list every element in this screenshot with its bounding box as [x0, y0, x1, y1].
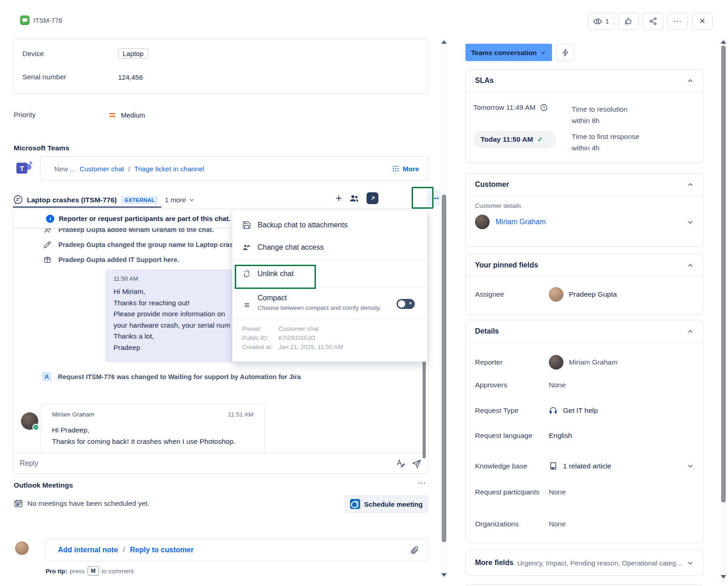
- watch-button[interactable]: 1: [588, 13, 614, 30]
- priority-value[interactable]: Medium: [121, 111, 145, 119]
- scroll-up-arrow[interactable]: [441, 40, 447, 44]
- share-icon: [649, 17, 657, 26]
- text-format-icon[interactable]: [396, 458, 405, 468]
- scrollbar-thumb[interactable]: [721, 46, 726, 503]
- more-tabs-dropdown[interactable]: 1 more: [165, 196, 195, 204]
- priority-medium-icon: [109, 113, 115, 117]
- watchers-count: 1: [605, 17, 609, 25]
- outlook-options-icon[interactable]: ⋯: [418, 478, 427, 487]
- detail-row-reporter[interactable]: Reporter Miriam Graham: [475, 355, 694, 370]
- menu-item-unlink-chat[interactable]: Unlink chat: [232, 262, 427, 286]
- density-icon: ≡: [242, 300, 252, 309]
- menu-item-backup-chat[interactable]: Backup chat to attachments: [232, 214, 427, 236]
- new-label: New ...: [54, 165, 76, 173]
- app-added-icon: [43, 256, 52, 264]
- comment-bar: Add internal note / Reply to customer: [46, 539, 429, 561]
- chevron-up-icon[interactable]: [687, 328, 694, 335]
- teams-conversation-dropdown[interactable]: Teams conversation: [465, 44, 552, 61]
- chevron-up-icon[interactable]: [687, 77, 694, 84]
- message-line: Pradeep: [114, 342, 244, 354]
- clock-icon: [540, 103, 548, 112]
- thumbs-up-icon: [624, 17, 633, 26]
- reply-to-customer-link[interactable]: Reply to customer: [130, 546, 194, 554]
- pro-tip: Pro tip: press M to comment: [46, 566, 134, 576]
- detail-row-request-language[interactable]: Request language English: [475, 432, 694, 440]
- assignee-row[interactable]: Assignee Pradeep Gupta: [475, 287, 694, 302]
- reply-input[interactable]: [20, 459, 389, 468]
- paperclip-icon[interactable]: [410, 545, 419, 555]
- customer-details-label: Customer details: [466, 196, 703, 209]
- check-icon: ✓: [537, 135, 543, 144]
- chevron-down-icon: [189, 197, 195, 203]
- panel-scrollbar[interactable]: [720, 38, 727, 581]
- schedule-meeting-button[interactable]: Schedule meeting: [344, 495, 429, 513]
- more-fields-card[interactable]: More fields Urgency, Impact, Pending rea…: [465, 550, 703, 576]
- info-icon: i: [46, 215, 54, 223]
- avatar: [549, 287, 563, 302]
- chat-options-menu: Backup chat to attachments Change chat a…: [232, 210, 428, 362]
- grid-icon: [392, 165, 399, 172]
- device-value-tag[interactable]: Laptop: [118, 48, 148, 59]
- close-button[interactable]: ✕: [692, 13, 713, 30]
- ellipsis-icon: ⋯: [673, 17, 682, 26]
- sla-time: Today 11:50 AM: [480, 135, 533, 144]
- automation-lightning-button[interactable]: [557, 44, 574, 61]
- message-time: 11:50 AM: [114, 275, 244, 282]
- avatar: [475, 215, 490, 229]
- main-scrollbar[interactable]: [441, 38, 447, 579]
- like-button[interactable]: [618, 13, 639, 30]
- breadcrumb-label: ITSM-776: [33, 17, 62, 24]
- triage-ticket-link[interactable]: Triage ticket in channel: [134, 165, 204, 173]
- link-separator: /: [128, 165, 130, 173]
- scroll-down-arrow[interactable]: [441, 573, 447, 577]
- participants-icon[interactable]: [349, 193, 360, 204]
- details-card: Details Reporter Miriam Graham Approvers…: [465, 320, 703, 543]
- detail-row-request-participants[interactable]: Request participants None: [475, 488, 694, 496]
- teams-section-heading: Microsoft Teams: [14, 144, 69, 152]
- scroll-up-arrow[interactable]: [721, 40, 726, 44]
- share-button[interactable]: [643, 13, 663, 30]
- serial-value[interactable]: 124,456: [118, 73, 143, 81]
- breadcrumb[interactable]: ITSM-776: [20, 15, 62, 25]
- detail-row-request-type[interactable]: Request Type Get IT help: [475, 406, 694, 415]
- more-connectors-button[interactable]: More: [392, 165, 419, 173]
- message-time: 11:51 AM: [228, 411, 253, 418]
- detail-row-approvers[interactable]: Approvers None: [475, 381, 694, 389]
- chevron-up-icon[interactable]: [687, 262, 694, 269]
- calendar-icon: [14, 499, 23, 508]
- customer-name-link[interactable]: Miriam Graham: [496, 218, 546, 226]
- customer-chat-link[interactable]: Customer chat: [80, 165, 124, 173]
- chevron-down-icon: [540, 50, 546, 56]
- scrollbar-thumb[interactable]: [442, 195, 446, 542]
- menu-divider: [232, 260, 427, 260]
- more-actions-button[interactable]: ⋯: [667, 13, 688, 30]
- add-internal-note-link[interactable]: Add internal note: [58, 546, 118, 554]
- headphones-icon: [549, 406, 558, 415]
- menu-item-change-access[interactable]: Change chat access: [232, 236, 427, 258]
- compact-toggle[interactable]: ×: [397, 299, 415, 309]
- chevron-up-icon[interactable]: [687, 181, 694, 188]
- chat-tab-title[interactable]: Laptop crashes (ITSM-776): [27, 196, 117, 204]
- customer-details-row[interactable]: Miriam Graham: [466, 209, 703, 229]
- toggle-off-icon: ×: [409, 301, 412, 306]
- send-icon[interactable]: [412, 458, 422, 468]
- open-in-teams-icon[interactable]: [367, 192, 378, 204]
- add-chat-icon[interactable]: +: [336, 193, 342, 204]
- menu-item-compact-toggle: ≡ Compact Choose between compact and com…: [232, 289, 427, 317]
- detail-row-organizations[interactable]: Organizations None: [475, 520, 694, 528]
- customer-card: Customer Customer details Miriam Graham: [465, 173, 703, 247]
- detail-row-knowledge-base[interactable]: Knowledge base 1 related article: [475, 462, 694, 470]
- chevron-down-icon[interactable]: [687, 219, 694, 226]
- chevron-down-icon[interactable]: [687, 560, 694, 566]
- scroll-down-arrow[interactable]: [721, 575, 726, 579]
- partial-card-edge: [465, 584, 703, 586]
- itsm-ticket-page: ITSM-776 1 ⋯ ✕ Device Lapt: [0, 0, 728, 586]
- chevron-down-icon[interactable]: [687, 463, 694, 469]
- slas-title: SLAs: [475, 77, 494, 85]
- chat-bubble-icon: [13, 195, 23, 205]
- slas-card: SLAs Tomorrow 11:49 AM Time to resolutio…: [465, 69, 703, 163]
- sla-name: Time to first response: [572, 131, 639, 142]
- banner-text: Reporter or request participants are par…: [59, 215, 231, 222]
- people-add-icon: [242, 243, 252, 252]
- created-at-value: Jan 21, 2025, 11:50 AM: [279, 343, 343, 352]
